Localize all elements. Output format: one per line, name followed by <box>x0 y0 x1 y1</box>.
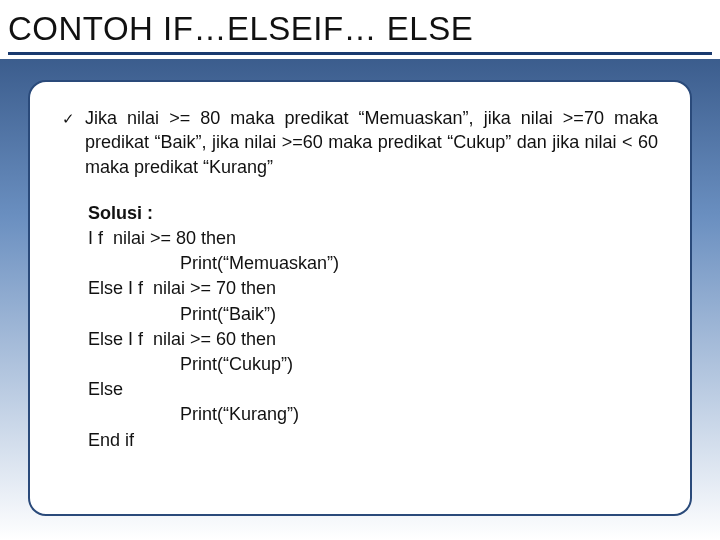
code-line: End if <box>88 428 658 453</box>
title-underline <box>8 52 712 55</box>
code-line: Else I f nilai >= 60 then <box>88 327 658 352</box>
title-wrap: CONTOH IF…ELSEIF… ELSE <box>0 0 720 59</box>
code-line: Print(“Baik”) <box>88 302 658 327</box>
check-icon: ✓ <box>62 106 75 129</box>
content-card: ✓ Jika nilai >= 80 maka predikat “Memuas… <box>28 80 692 516</box>
problem-text: Jika nilai >= 80 maka predikat “Memuaska… <box>85 106 658 179</box>
page-title: CONTOH IF…ELSEIF… ELSE <box>8 10 712 48</box>
slide: CONTOH IF…ELSEIF… ELSE ✓ Jika nilai >= 8… <box>0 0 720 540</box>
problem-bullet: ✓ Jika nilai >= 80 maka predikat “Memuas… <box>62 106 658 179</box>
code-line: Else I f nilai >= 70 then <box>88 276 658 301</box>
code-line: Print(“Cukup”) <box>88 352 658 377</box>
code-line: Print(“Kurang”) <box>88 402 658 427</box>
solution-label: Solusi : <box>88 201 658 226</box>
code-line: Print(“Memuaskan”) <box>88 251 658 276</box>
code-line: Else <box>88 377 658 402</box>
solution-block: Solusi : I f nilai >= 80 then Print(“Mem… <box>88 201 658 453</box>
code-line: I f nilai >= 80 then <box>88 226 658 251</box>
